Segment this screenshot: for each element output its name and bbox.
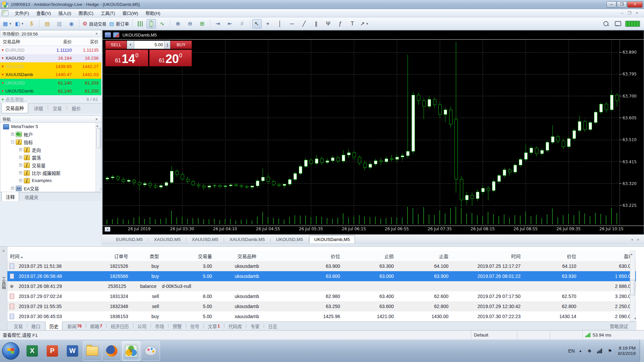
column-price2[interactable]: 价位 bbox=[523, 253, 579, 259]
chart-tab-UKOUSDamb,M5[interactable]: UKOUSDamb,M5 bbox=[309, 235, 355, 243]
toolbox-tab-6[interactable]: 经济日历 bbox=[107, 322, 132, 331]
text-tool-button[interactable]: T bbox=[347, 19, 358, 28]
search-button[interactable] bbox=[600, 19, 611, 28]
fibonacci-tool-button[interactable]: ƒ bbox=[335, 19, 346, 28]
tree-item-走向[interactable]: +f走向 bbox=[0, 146, 101, 154]
toolbox-tab-1[interactable]: 交易 bbox=[10, 322, 26, 331]
scrollbar-thumb[interactable] bbox=[97, 128, 101, 148]
tree-item-帐户[interactable]: +帐户 bbox=[0, 130, 101, 138]
toolbox-tab-14[interactable]: 日志 bbox=[264, 322, 281, 331]
toolbox-tab-5[interactable]: 邮箱7 bbox=[87, 322, 106, 331]
scroll-up-icon[interactable]: ▲ bbox=[630, 253, 633, 256]
tree-expand-icon[interactable]: + bbox=[19, 148, 22, 151]
chart-tab-XAUUSD,M5[interactable]: XAUUSD,M5 bbox=[187, 235, 223, 243]
new-chart-button[interactable]: ▦▼ bbox=[2, 19, 13, 28]
navigator-tab-1[interactable]: 注释 bbox=[1, 192, 19, 202]
network-icon[interactable] bbox=[597, 349, 602, 353]
toolbox-tab-4[interactable]: 新闻76 bbox=[64, 322, 85, 331]
menu-item[interactable]: 插入(I) bbox=[55, 10, 75, 17]
action-center-flag-icon[interactable]: ⚑ bbox=[608, 348, 612, 354]
chart-tab-EURUSD,M5[interactable]: EURUSD,M5 bbox=[111, 235, 148, 243]
zoom-out-button[interactable]: ⊖ bbox=[184, 19, 196, 28]
market-row-EURUSD[interactable]: ▼EURUSD1.111101.11135 bbox=[0, 46, 101, 54]
buy-button[interactable]: BUY bbox=[170, 41, 192, 49]
status-profile[interactable]: Default bbox=[471, 330, 517, 339]
tree-item-EA交易[interactable]: +EAEA交易 bbox=[0, 184, 101, 192]
close-button[interactable]: × bbox=[627, 1, 643, 8]
crosshair-tool-button[interactable]: + bbox=[262, 19, 274, 28]
taskbar-item-paint[interactable] bbox=[141, 341, 160, 361]
start-button[interactable] bbox=[2, 342, 19, 360]
tree-expand-icon[interactable]: + bbox=[11, 187, 14, 190]
toolbox-tab-11[interactable]: 文章1 bbox=[204, 322, 224, 331]
navigator-close-icon[interactable]: × bbox=[94, 117, 99, 122]
volume-input[interactable]: 5.00 bbox=[134, 41, 165, 49]
zoom-in-button[interactable]: ⊕ bbox=[172, 19, 184, 28]
menu-item[interactable]: 窗口(W) bbox=[119, 10, 142, 17]
toolbox-tab-8[interactable]: 市场 bbox=[151, 322, 168, 331]
new-order-button[interactable]: ▤新订单 bbox=[108, 19, 130, 28]
column-time2[interactable]: 时间 bbox=[451, 253, 523, 259]
taskbar-item-powerpoint[interactable]: P bbox=[46, 344, 59, 358]
vline-tool-button[interactable]: │ bbox=[274, 19, 286, 28]
scroll-down-icon[interactable]: ▼ bbox=[633, 316, 638, 321]
mdi-close-button[interactable]: × bbox=[633, 11, 641, 15]
depth-of-market-button[interactable]: ◉ bbox=[66, 19, 77, 28]
market-row-XAUUSD[interactable]: ▼XAUUSD1439.651442.27 bbox=[0, 62, 101, 71]
cursor-tool-button[interactable]: ↖ bbox=[252, 19, 262, 28]
minimize-button[interactable]: – bbox=[606, 1, 616, 8]
tile-windows-button[interactable]: ⊞ bbox=[197, 19, 208, 28]
toolbox-tab-12[interactable]: 代码库 bbox=[225, 322, 246, 331]
depth-of-market-icon[interactable] bbox=[105, 32, 111, 38]
strategy-tester-tab[interactable]: 策略测试 bbox=[606, 322, 631, 330]
market-watch-tab-3[interactable]: 交易 bbox=[48, 104, 66, 114]
line-mode-button[interactable]: ∿ bbox=[157, 19, 168, 28]
column-sl[interactable]: 止损 bbox=[343, 253, 396, 259]
taskbar-clock[interactable]: 8:19 PM 8/3/2019 bbox=[618, 346, 636, 356]
sell-price-button[interactable]: 61 14 0 bbox=[105, 50, 148, 66]
column-type[interactable]: 类型 bbox=[131, 253, 162, 259]
tree-item-比尔·威廉姆斯[interactable]: +f比尔·威廉姆斯 bbox=[0, 169, 101, 177]
market-watch-tab-4[interactable]: 报价 bbox=[67, 104, 85, 114]
chat-button[interactable] bbox=[612, 19, 624, 28]
volume-stepper[interactable]: ▲▼ bbox=[165, 41, 170, 49]
market-watch-tab-2[interactable]: 详细 bbox=[30, 104, 47, 114]
column-order[interactable]: 订单号 bbox=[101, 253, 131, 259]
column-volume[interactable]: 交易量 bbox=[162, 253, 215, 259]
show-desktop-button[interactable] bbox=[640, 340, 644, 362]
mdi-minimize-button[interactable]: – bbox=[619, 11, 626, 15]
tray-expand-icon[interactable]: ▲ bbox=[579, 349, 582, 353]
history-row-1[interactable]: 2019.07.25 11:51:381821526buy3.00ukousda… bbox=[7, 261, 636, 271]
channel-tool-button[interactable]: ∥ bbox=[311, 19, 322, 28]
andrews-tool-button[interactable]: Ψ bbox=[323, 19, 334, 28]
market-watch-close-icon[interactable]: × bbox=[94, 32, 99, 36]
toolbox-tab-10[interactable]: 信号 bbox=[186, 322, 203, 331]
column-ask[interactable]: 买价 bbox=[72, 38, 101, 45]
scrollbar-thumb[interactable] bbox=[631, 280, 635, 295]
chart-tab-XAUUSDamb,M5[interactable]: XAUUSDamb,M5 bbox=[224, 235, 270, 243]
market-watch-tab-1[interactable]: 交易品种 bbox=[1, 103, 28, 113]
candles-mode-button[interactable] bbox=[147, 19, 156, 28]
column-bid[interactable]: 卖价 bbox=[46, 38, 72, 45]
buy-price-button[interactable]: 61 20 0 bbox=[149, 50, 192, 66]
tree-item-Examples[interactable]: +fExamples bbox=[0, 177, 101, 184]
tree-expand-icon[interactable]: + bbox=[19, 179, 22, 182]
navigator-scrollbar[interactable]: ▲ ▼ bbox=[96, 123, 101, 192]
auto-scroll-button[interactable]: ⇥ bbox=[212, 19, 224, 28]
menu-item[interactable]: 图表(C) bbox=[75, 10, 97, 17]
history-center-button[interactable]: ▤ bbox=[42, 19, 53, 28]
column-tp[interactable]: 止盈 bbox=[396, 253, 451, 259]
chart-tab-UKOUSD,M5[interactable]: UKOUSD,M5 bbox=[271, 235, 308, 243]
scroll-up-icon[interactable]: ▲ bbox=[96, 124, 99, 127]
market-watch-toggle-button[interactable]: $ bbox=[26, 19, 37, 28]
auto-trading-button[interactable]: ⚙自动交易 bbox=[82, 19, 107, 28]
market-row-UKOUSDamb[interactable]: ▼UKOUSDamb61.14061.200 bbox=[0, 87, 101, 96]
market-row-UKOUSD[interactable]: ▼UKOUSD61.14061.203 bbox=[0, 79, 101, 87]
market-row-XAUUSDamb[interactable]: ▼XAUUSDamb1440.471441.03 bbox=[0, 71, 101, 79]
tree-item-MetaTrader 5[interactable]: MetaTrader 5 bbox=[0, 123, 101, 130]
chart-shift-button[interactable]: ⇤ bbox=[224, 19, 236, 28]
column-price[interactable]: 价位 bbox=[279, 253, 343, 259]
chart-window[interactable]: 63.89063.79563.70063.60563.51063.41563.3… bbox=[102, 30, 644, 235]
menu-item[interactable]: 文件(F) bbox=[11, 10, 33, 17]
column-symbol[interactable]: 交易品种 bbox=[0, 38, 46, 45]
